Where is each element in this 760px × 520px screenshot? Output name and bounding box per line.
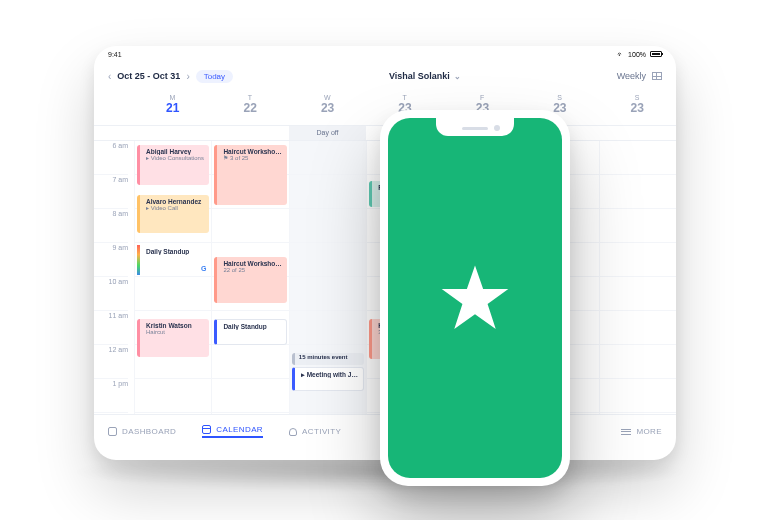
event-title: Abigail Harvey [146,148,205,155]
view-mode-label[interactable]: Weekly [617,71,646,81]
dashboard-icon [108,427,117,436]
phone-screen [388,118,562,478]
tab-dashboard[interactable]: DASHBOARD [108,427,176,436]
dow-label: S [521,94,598,101]
day-number: 21 [134,101,211,115]
event-meta: 22 of 25 [223,267,282,274]
event-title: ▸ Meeting with Jo… [301,371,359,378]
event-short[interactable]: 15 minutes event [292,353,364,365]
event-meeting[interactable]: Daily Standup [214,319,286,345]
tab-label: DASHBOARD [122,427,176,436]
day-column-sun[interactable] [599,141,676,414]
event-meta: ▸ Video Consultations [146,155,205,162]
calendar-icon [202,425,211,434]
day-number: 22 [211,101,288,115]
event-title: Haircut Workshops [223,260,282,267]
hour-label: 8 am [94,209,128,243]
star-icon [438,261,512,335]
event-appointment[interactable]: Abigail Harvey ▸ Video Consultations [137,145,209,185]
status-time: 9:41 [108,51,122,58]
svg-marker-0 [442,265,509,329]
hour-label: 11 am [94,311,128,345]
day-header-tue[interactable]: T 22 [211,90,288,125]
event-appointment[interactable]: Kristin Watson Haircut [137,319,209,357]
tab-activity[interactable]: ACTIVITY [289,427,341,436]
hour-label: 10 am [94,277,128,311]
phone-frame [380,110,570,486]
view-grid-icon[interactable] [652,72,662,80]
user-selector[interactable]: Vishal Solanki ⌄ [389,71,461,81]
hamburger-icon [621,429,631,435]
tab-calendar[interactable]: CALENDAR [202,425,263,438]
tab-label: CALENDAR [216,425,263,434]
chevron-down-icon: ⌄ [454,72,461,81]
event-meta: ▸ Video Call [146,205,205,212]
event-meta: ⚑ 3 of 25 [223,155,282,162]
event-class[interactable]: Haircut Workshops 22 of 25 [214,257,286,303]
dow-label: T [211,94,288,101]
event-class[interactable]: Haircut Workshops ⚑ 3 of 25 [214,145,286,205]
hour-label: 7 am [94,175,128,209]
battery-icon [650,51,662,57]
tab-more[interactable]: MORE [621,427,662,436]
dow-label: W [289,94,366,101]
wifi-percent: 100% [628,51,646,58]
status-bar: 9:41 ᯤ 100% [94,46,676,62]
dayoff-badge: Day off [289,126,366,140]
day-column-mon[interactable]: Abigail Harvey ▸ Video Consultations Alv… [134,141,211,414]
hour-label: 12 am [94,345,128,379]
tab-label: ACTIVITY [302,427,341,436]
day-number: 23 [289,101,366,115]
hour-label: 1 pm [94,379,128,413]
bell-icon [289,428,297,436]
event-title: Alvaro Hernandez [146,198,205,205]
hour-label: 6 am [94,141,128,175]
day-column-tue[interactable]: Haircut Workshops ⚑ 3 of 25 Haircut Work… [211,141,288,414]
day-header-mon[interactable]: M 21 [134,90,211,125]
dow-label: M [134,94,211,101]
event-title: Haircut Workshops [223,148,282,155]
day-header-sun[interactable]: S 23 [599,90,676,125]
today-button[interactable]: Today [196,70,233,83]
hour-label: 9 am [94,243,128,277]
google-icon: G [201,265,206,273]
event-title: Daily Standup [223,323,281,330]
event-title: 15 minutes event [299,354,360,361]
dow-label: S [599,94,676,101]
phone-notch [436,118,514,136]
event-title: Daily Standup [146,248,205,255]
dow-label: T [366,94,443,101]
dow-label: F [444,94,521,101]
top-bar: ‹ Oct 25 - Oct 31 › Today Vishal Solanki… [94,62,676,90]
event-meeting[interactable]: ▸ Meeting with Jo… [292,367,364,391]
user-name: Vishal Solanki [389,71,450,81]
wifi-icon: ᯤ [617,51,624,58]
day-header-wed[interactable]: W 23 [289,90,366,125]
day-column-wed[interactable]: 15 minutes event ▸ Meeting with Jo… [289,141,366,414]
date-range-label[interactable]: Oct 25 - Oct 31 [117,71,180,81]
time-gutter: 6 am 7 am 8 am 9 am 10 am 11 am 12 am 1 … [94,141,134,414]
prev-week-button[interactable]: ‹ [108,71,111,82]
day-number: 23 [599,101,676,115]
event-title: Kristin Watson [146,322,205,329]
tab-label: MORE [636,427,662,436]
event-meta: Haircut [146,329,205,336]
event-appointment[interactable]: Alvaro Hernandez ▸ Video Call [137,195,209,233]
next-week-button[interactable]: › [186,71,189,82]
event-google[interactable]: Daily Standup G [137,245,209,275]
